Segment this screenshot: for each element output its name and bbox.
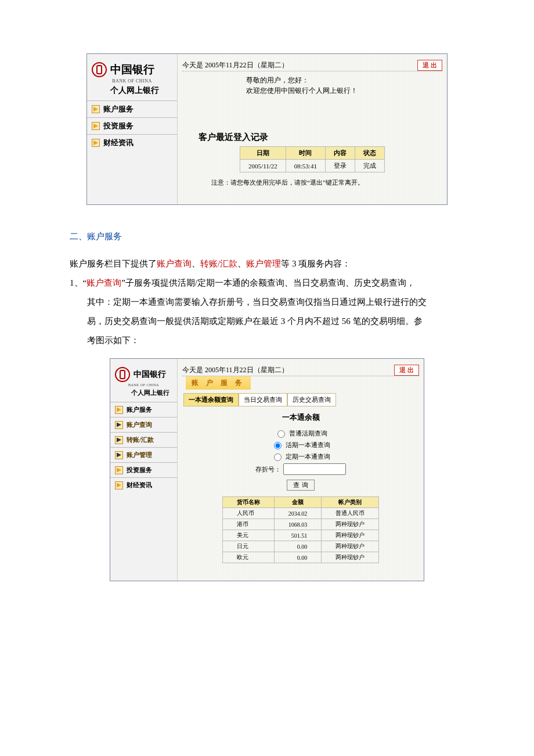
- query-options: 普通活期查询 活期一本通查询 定期一本通查询 存折号： 查 询: [182, 429, 419, 491]
- balance-title: 一本通余额: [182, 412, 419, 423]
- book-number-row: 存折号：: [255, 463, 346, 475]
- section-heading: 二、账户服务: [70, 227, 464, 246]
- screenshot-login: 中国银行 BANK OF CHINA 个人网上银行 账户服务 投资服务 财经资讯…: [86, 53, 448, 205]
- menu-account[interactable]: 账户服务: [87, 100, 177, 117]
- menu-invest[interactable]: 投资服务: [110, 462, 177, 477]
- radio-normal[interactable]: [277, 430, 285, 438]
- menu-account-query[interactable]: 账户查询: [110, 417, 177, 432]
- tab-history[interactable]: 历史交易查询: [287, 393, 336, 406]
- article-body: 二、账户服务 账户服务栏目下提供了账户查询、转账/汇款、账户管理等 3 项服务内…: [70, 227, 464, 350]
- arrow-icon: [115, 436, 123, 444]
- section-tab: 账 户 服 务: [186, 376, 251, 390]
- screenshot-balance: 中国银行 BANK OF CHINA 个人网上银行 账户服务 账户查询 转账/汇…: [110, 358, 424, 581]
- radio-current[interactable]: [274, 442, 282, 449]
- arrow-icon: [115, 466, 123, 474]
- brand-sub: 个人网上银行: [110, 388, 177, 402]
- brand-en: BANK OF CHINA: [87, 78, 177, 85]
- menu-news[interactable]: 财经资讯: [110, 477, 177, 492]
- login-history-table: 日期 时间 内容 状态 2005/11/22 08:53:41 登录 完成: [240, 146, 385, 172]
- content-area: 今天是 2005年11月22日（星期二） 退 出 账 户 服 务 一本通余额查询…: [177, 359, 424, 581]
- arrow-icon: [115, 451, 123, 459]
- arrow-icon: [92, 105, 100, 113]
- brand-sub: 个人网上银行: [87, 85, 177, 100]
- book-number-input[interactable]: [283, 463, 346, 475]
- exit-button[interactable]: 退 出: [394, 365, 419, 376]
- today-date: 今天是 2005年11月22日（星期二）: [182, 60, 288, 70]
- arrow-icon: [115, 406, 123, 414]
- menu-account[interactable]: 账户服务: [110, 402, 177, 417]
- exit-button[interactable]: 退 出: [417, 60, 442, 71]
- menu-manage[interactable]: 账户管理: [110, 447, 177, 462]
- menu-transfer[interactable]: 转账/汇款: [110, 432, 177, 447]
- opt-current[interactable]: 活期一本通查询: [271, 440, 330, 449]
- brand-en: BANK OF CHINA: [110, 383, 177, 388]
- brand-name: 中国银行: [134, 369, 166, 380]
- menu-news[interactable]: 财经资讯: [87, 134, 177, 151]
- boc-logo-icon: [92, 62, 107, 77]
- greeting: 尊敬的用户，您好： 欢迎您使用中国银行个人网上银行！: [182, 71, 442, 102]
- arrow-icon: [115, 481, 123, 489]
- main-menu: 账户服务 投资服务 财经资讯: [87, 100, 177, 151]
- login-history-title: 客户最近登入记录: [199, 132, 442, 143]
- today-date: 今天是 2005年11月22日（星期二）: [182, 365, 288, 375]
- tab-today[interactable]: 当日交易查询: [239, 393, 287, 406]
- opt-fixed[interactable]: 定期一本通查询: [271, 452, 330, 461]
- balance-table: 货币名称 金额 帐户类别 人民币2034.02普通人民币 港币1068.03两种…: [222, 496, 380, 563]
- boc-logo-icon: [115, 367, 130, 382]
- query-button[interactable]: 查 询: [287, 480, 314, 491]
- sidebar: 中国银行 BANK OF CHINA 个人网上银行 账户服务 账户查询 转账/汇…: [110, 359, 177, 581]
- brand-row: 中国银行: [110, 363, 177, 383]
- tab-balance[interactable]: 一本通余额查询: [183, 393, 239, 406]
- opt-normal[interactable]: 普通活期查询: [275, 429, 327, 438]
- content-area: 今天是 2005年11月22日（星期二） 退 出 尊敬的用户，您好： 欢迎您使用…: [177, 54, 447, 204]
- note: 注意：请您每次使用完毕后，请按“退出”键正常离开。: [211, 178, 442, 187]
- radio-fixed[interactable]: [274, 453, 282, 461]
- arrow-icon: [92, 122, 100, 130]
- main-menu: 账户服务 账户查询 转账/汇款 账户管理 投资服务 财经资讯: [110, 402, 177, 492]
- menu-invest[interactable]: 投资服务: [87, 117, 177, 134]
- arrow-icon: [115, 421, 123, 429]
- subtabs: 一本通余额查询 当日交易查询 历史交易查询: [183, 393, 419, 406]
- sidebar: 中国银行 BANK OF CHINA 个人网上银行 账户服务 投资服务 财经资讯: [87, 54, 177, 204]
- brand-name: 中国银行: [110, 62, 154, 77]
- brand-row: 中国银行: [87, 59, 177, 78]
- arrow-icon: [92, 139, 100, 147]
